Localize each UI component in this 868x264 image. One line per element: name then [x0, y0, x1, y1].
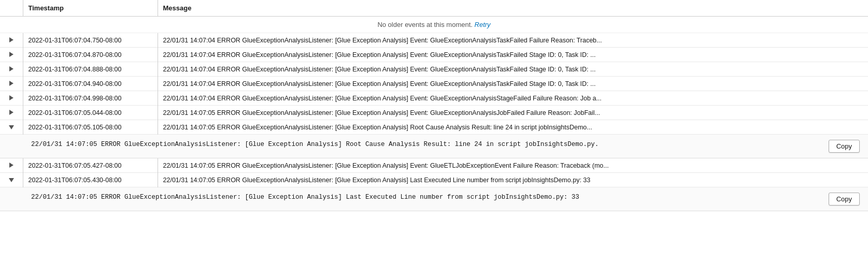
expand-toggle[interactable]	[0, 48, 23, 62]
expand-header-col	[0, 0, 23, 17]
expand-toggle[interactable]	[0, 62, 23, 77]
message-cell: 22/01/31 14:07:04 ERROR GlueExceptionAna…	[158, 62, 868, 77]
table-row: 2022-01-31T06:07:04.998-08:00 22/01/31 1…	[0, 91, 868, 106]
timestamp-cell: 2022-01-31T06:07:04.888-08:00	[23, 62, 158, 77]
timestamp-cell: 2022-01-31T06:07:04.870-08:00	[23, 48, 158, 62]
expand-icon	[9, 95, 13, 100]
no-older-text: No older events at this moment.	[377, 21, 474, 28]
timestamp-cell: 2022-01-31T06:07:05.105-08:00	[23, 120, 158, 135]
timestamp-cell: 2022-01-31T06:07:05.427-08:00	[23, 158, 158, 173]
copy-button[interactable]: Copy	[829, 140, 860, 153]
message-header: Message	[158, 0, 868, 17]
table-row: 2022-01-31T06:07:04.870-08:00 22/01/31 1…	[0, 48, 868, 62]
expanded-detail-row: 22/01/31 14:07:05 ERROR GlueExceptionAna…	[0, 187, 868, 211]
no-older-events-row: No older events at this moment. Retry	[0, 17, 868, 33]
timestamp-cell: 2022-01-31T06:07:04.750-08:00	[23, 33, 158, 48]
expand-icon	[9, 66, 13, 71]
message-cell: 22/01/31 14:07:04 ERROR GlueExceptionAna…	[158, 91, 868, 106]
retry-link[interactable]: Retry	[475, 21, 491, 28]
message-cell: 22/01/31 14:07:04 ERROR GlueExceptionAna…	[158, 77, 868, 91]
timestamp-cell: 2022-01-31T06:07:05.430-08:00	[23, 173, 158, 187]
message-cell: 22/01/31 14:07:05 ERROR GlueExceptionAna…	[158, 173, 868, 187]
table-row: 2022-01-31T06:07:05.427-08:00 22/01/31 1…	[0, 158, 868, 173]
message-cell: 22/01/31 14:07:05 ERROR GlueExceptionAna…	[158, 106, 868, 120]
expand-icon	[9, 37, 13, 42]
expand-icon	[9, 52, 13, 57]
expanded-detail-row: 22/01/31 14:07:05 ERROR GlueExceptionAna…	[0, 135, 868, 158]
table-row: 2022-01-31T06:07:04.940-08:00 22/01/31 1…	[0, 77, 868, 91]
message-cell: 22/01/31 14:07:04 ERROR GlueExceptionAna…	[158, 48, 868, 62]
timestamp-cell: 2022-01-31T06:07:04.998-08:00	[23, 91, 158, 106]
message-cell: 22/01/31 14:07:05 ERROR GlueExceptionAna…	[158, 120, 868, 135]
expand-icon	[9, 163, 13, 168]
collapse-icon	[9, 178, 14, 182]
expand-toggle[interactable]	[0, 120, 23, 135]
timestamp-header: Timestamp	[23, 0, 158, 17]
collapse-icon	[9, 125, 14, 129]
table-row: 2022-01-31T06:07:05.105-08:00 22/01/31 1…	[0, 120, 868, 135]
expand-toggle[interactable]	[0, 33, 23, 48]
detail-text: 22/01/31 14:07:05 ERROR GlueExceptionAna…	[31, 193, 818, 206]
message-cell: 22/01/31 14:07:04 ERROR GlueExceptionAna…	[158, 33, 868, 48]
expand-toggle[interactable]	[0, 77, 23, 91]
detail-text: 22/01/31 14:07:05 ERROR GlueExceptionAna…	[31, 140, 818, 153]
timestamp-cell: 2022-01-31T06:07:04.940-08:00	[23, 77, 158, 91]
table-row: 2022-01-31T06:07:04.888-08:00 22/01/31 1…	[0, 62, 868, 77]
table-row: 2022-01-31T06:07:04.750-08:00 22/01/31 1…	[0, 33, 868, 48]
table-row: 2022-01-31T06:07:05.430-08:00 22/01/31 1…	[0, 173, 868, 187]
expand-toggle[interactable]	[0, 91, 23, 106]
expand-toggle[interactable]	[0, 158, 23, 173]
expand-toggle[interactable]	[0, 106, 23, 120]
message-cell: 22/01/31 14:07:05 ERROR GlueExceptionAna…	[158, 158, 868, 173]
copy-button[interactable]: Copy	[829, 193, 860, 206]
expand-icon	[9, 110, 13, 115]
table-header: Timestamp Message	[0, 0, 868, 17]
expand-toggle[interactable]	[0, 173, 23, 187]
table-row: 2022-01-31T06:07:05.044-08:00 22/01/31 1…	[0, 106, 868, 120]
timestamp-cell: 2022-01-31T06:07:05.044-08:00	[23, 106, 158, 120]
expand-icon	[9, 81, 13, 86]
